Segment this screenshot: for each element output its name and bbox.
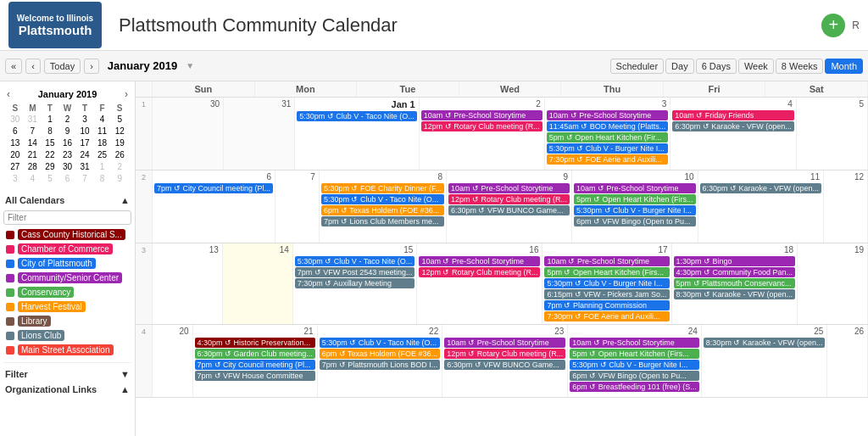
calendar-event[interactable]: 6pm ↺ Texas Holdem (FOE #36... xyxy=(321,205,444,215)
org-links-button[interactable]: Organizational Links ▲ xyxy=(3,382,131,397)
mini-cal-day[interactable]: 4 xyxy=(94,114,111,125)
mini-cal-day[interactable]: 9 xyxy=(59,126,76,137)
calendar-event[interactable]: 7pm ↺ Lions Club Members me... xyxy=(321,216,444,226)
calendar-day-cell[interactable]: 1710am ↺ Pre-School Storytime5pm ↺ Open … xyxy=(542,243,671,324)
mini-cal-day[interactable]: 1 xyxy=(42,114,58,125)
calendar-day-cell[interactable]: 116:30pm ↺ Karaoke - VFW (open... xyxy=(698,170,825,243)
calendar-event[interactable]: 5pm ↺ Open Heart Kitchen (Firs... xyxy=(570,349,699,359)
calendar-event[interactable]: 6:30pm ↺ Karaoke - VFW (open... xyxy=(700,183,822,193)
calendar-event[interactable]: 5:30pm ↺ Club V - Taco Nite (O... xyxy=(295,256,415,266)
mini-cal-day[interactable]: 20 xyxy=(7,149,24,160)
mini-cal-day[interactable]: 31 xyxy=(25,114,42,125)
calendar-event[interactable]: 6:30pm ↺ VFW BUNCO Game... xyxy=(444,360,565,370)
eight-weeks-view-button[interactable]: 8 Weeks xyxy=(776,59,824,74)
calendar-day-cell[interactable]: 67pm ↺ City Council meeting (Pl... xyxy=(153,170,275,243)
mini-cal-day[interactable]: 6 xyxy=(59,173,76,184)
calendar-event[interactable]: 7:30pm ↺ FOE Aerie and Auxili... xyxy=(544,311,669,321)
calendar-event[interactable]: 7pm ↺ Plattsmouth Lions BOD I... xyxy=(320,360,441,370)
mini-cal-day[interactable]: 3 xyxy=(76,114,93,125)
calendar-day-cell[interactable]: 155:30pm ↺ Club V - Taco Nite (O...7pm ↺… xyxy=(293,243,418,324)
refresh-button[interactable]: R xyxy=(852,20,860,31)
mini-cal-day[interactable]: 5 xyxy=(42,173,58,184)
calendar-event[interactable]: 6pm ↺ Texas Holdem (FOE #36... xyxy=(320,349,441,359)
mini-cal-day[interactable]: 7 xyxy=(76,173,93,184)
calendar-day-cell[interactable]: 20 xyxy=(153,325,193,397)
calendar-day-cell[interactable]: 210am ↺ Pre-School Storytime12pm ↺ Rotar… xyxy=(420,98,545,170)
mini-cal-day[interactable]: 30 xyxy=(7,114,24,125)
calendar-list-item[interactable]: City of Plattsmouth xyxy=(3,256,131,271)
calendar-event[interactable]: 10am ↺ Friday Friends xyxy=(672,110,794,120)
calendar-event[interactable]: 7pm ↺ City Council meeting (Pl... xyxy=(154,183,273,193)
mini-cal-day[interactable]: 1 xyxy=(94,161,111,172)
calendar-list-item[interactable]: Cass County Historical S... xyxy=(3,227,131,242)
calendar-list-item[interactable]: Chamber of Commerce xyxy=(3,242,131,256)
calendar-event[interactable]: 10am ↺ Pre-School Storytime xyxy=(448,183,570,193)
calendar-event[interactable]: 4:30pm ↺ Community Food Pan... xyxy=(674,267,796,277)
calendar-event[interactable]: 6:30pm ↺ Garden Club meeting... xyxy=(195,349,315,359)
calendar-event[interactable]: 7pm ↺ Planning Commission xyxy=(544,300,669,310)
today-button[interactable]: Today xyxy=(44,59,81,74)
calendar-list-item[interactable]: Conservancy xyxy=(3,285,131,299)
calendar-event[interactable]: 12pm ↺ Rotary Club meeting (R... xyxy=(421,121,542,131)
mini-cal-day[interactable]: 9 xyxy=(111,173,128,184)
mini-cal-day[interactable]: 30 xyxy=(59,161,76,172)
mini-cal-day[interactable]: 11 xyxy=(94,126,111,137)
mini-cal-day[interactable]: 7 xyxy=(25,126,42,137)
calendar-filter-input[interactable] xyxy=(3,210,131,225)
mini-cal-day[interactable]: 16 xyxy=(59,137,76,148)
calendar-day-cell[interactable]: 31 xyxy=(224,98,295,170)
calendar-list-item[interactable]: Main Street Association xyxy=(3,343,131,357)
six-days-view-button[interactable]: 6 Days xyxy=(696,59,737,74)
calendar-event[interactable]: 5:30pm ↺ Club V - Taco Nite (O... xyxy=(320,338,441,348)
mini-cal-day[interactable]: 6 xyxy=(7,126,24,137)
calendar-event[interactable]: 5pm ↺ Open Heart Kitchen (Firs... xyxy=(574,194,696,204)
calendar-event[interactable]: 5:30pm ↺ Club V - Burger Nite I... xyxy=(544,278,669,288)
mini-cal-day[interactable]: 24 xyxy=(76,149,93,160)
calendar-day-cell[interactable]: 12 xyxy=(824,170,868,243)
mini-cal-day[interactable]: 26 xyxy=(111,149,128,160)
calendar-event[interactable]: 6:30pm ↺ VFW BUNCO Game... xyxy=(448,205,570,215)
calendar-event[interactable]: 12pm ↺ Rotary Club meeting (R... xyxy=(448,194,570,204)
calendar-event[interactable]: 6:30pm ↺ Karaoke - VFW (open... xyxy=(672,121,794,131)
calendar-day-cell[interactable]: 13 xyxy=(153,243,223,324)
calendar-day-cell[interactable]: 910am ↺ Pre-School Storytime12pm ↺ Rotar… xyxy=(447,170,572,243)
calendar-event[interactable]: 4:30pm ↺ Historic Preservation... xyxy=(195,338,315,348)
calendar-day-cell[interactable]: 7 xyxy=(275,170,320,243)
prev-year-button[interactable]: « xyxy=(5,59,22,74)
calendar-event[interactable]: 11:45am ↺ BOD Meeting (Platts... xyxy=(547,121,669,131)
calendar-event[interactable]: 5pm ↺ Plattsmouth Conservanc... xyxy=(674,278,796,288)
calendar-day-cell[interactable]: 19 xyxy=(798,243,868,324)
calendar-event[interactable]: 7pm ↺ VFW House Committee xyxy=(195,371,315,381)
week-view-button[interactable]: Week xyxy=(738,59,774,74)
calendar-event[interactable]: 10am ↺ Pre-School Storytime xyxy=(419,256,540,266)
calendar-list-item[interactable]: Lions Club xyxy=(3,328,131,343)
calendar-event[interactable]: 10am ↺ Pre-School Storytime xyxy=(547,110,669,120)
calendar-event[interactable]: 7:30pm ↺ Auxillary Meeting xyxy=(295,278,415,288)
calendar-day-cell[interactable]: 5 xyxy=(797,98,868,170)
calendar-day-cell[interactable]: 225:30pm ↺ Club V - Taco Nite (O...6pm ↺… xyxy=(318,325,443,397)
calendar-event[interactable]: 8:30pm ↺ Karaoke - VFW (open... xyxy=(704,338,826,348)
calendar-event[interactable]: 10am ↺ Pre-School Storytime xyxy=(570,338,699,348)
mini-cal-day[interactable]: 25 xyxy=(94,149,111,160)
calendar-event[interactable]: 6pm ↺ VFW Bingo (Open to Pu... xyxy=(570,371,699,381)
mini-cal-next-button[interactable]: › xyxy=(125,88,128,100)
mini-cal-day[interactable]: 10 xyxy=(76,126,93,137)
calendar-event[interactable]: 1:30pm ↺ Bingo xyxy=(674,256,796,266)
calendar-list-item[interactable]: Harvest Festival xyxy=(3,299,131,314)
current-month-label[interactable]: January 2019 xyxy=(108,59,177,72)
calendar-event[interactable]: 7:30pm ↺ FOE Aerie and Auxili... xyxy=(547,154,669,165)
calendar-day-cell[interactable]: 2310am ↺ Pre-School Storytime12pm ↺ Rota… xyxy=(442,325,568,397)
calendar-event[interactable]: 10am ↺ Pre-School Storytime xyxy=(421,110,542,120)
calendar-day-cell[interactable]: 258:30pm ↺ Karaoke - VFW (open... xyxy=(702,325,828,397)
calendar-event[interactable]: 8:30pm ↺ Karaoke - VFW (open... xyxy=(674,289,796,299)
mini-cal-day[interactable]: 23 xyxy=(59,149,76,160)
calendar-event[interactable]: 10am ↺ Pre-School Storytime xyxy=(544,256,669,266)
mini-cal-day[interactable]: 22 xyxy=(42,149,58,160)
mini-cal-day[interactable]: 2 xyxy=(111,161,128,172)
mini-cal-day[interactable]: 4 xyxy=(25,173,42,184)
calendar-day-cell[interactable]: 310am ↺ Pre-School Storytime11:45am ↺ BO… xyxy=(545,98,671,170)
add-event-button[interactable]: + xyxy=(821,14,845,37)
calendar-day-cell[interactable]: 26 xyxy=(827,325,868,397)
calendar-event[interactable]: 6pm ↺ Breastfeeding 101 (free) (S... xyxy=(570,382,699,392)
calendar-event[interactable]: 5pm ↺ Open Heart Kitchen (Fir... xyxy=(547,132,669,143)
